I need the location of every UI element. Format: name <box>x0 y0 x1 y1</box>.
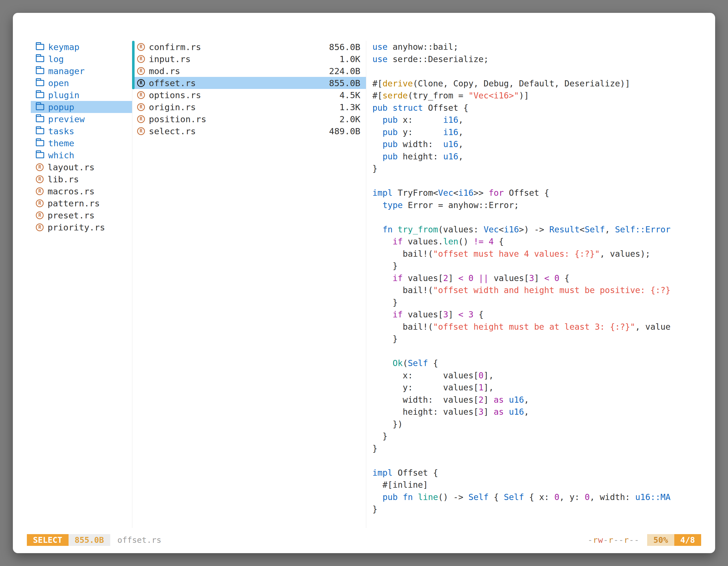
perm-char: - <box>634 535 639 545</box>
code-token: ] <box>448 309 458 319</box>
item-label: layout.rs <box>48 162 95 172</box>
code-token: Self <box>408 358 428 368</box>
sidebar-item-plugin[interactable]: plugin <box>31 89 132 101</box>
file-size: 2.0K <box>339 114 360 124</box>
folder-icon <box>36 128 44 134</box>
code-token <box>372 358 393 368</box>
code-token: } <box>372 334 398 344</box>
code-token: values[ <box>403 309 443 319</box>
code-token: anyhow::bail; <box>388 42 458 52</box>
file-item-left: Roffset.rs <box>137 78 196 88</box>
rust-icon: R <box>137 55 145 63</box>
code-token: 2 <box>478 395 483 405</box>
code-token: ] <box>448 273 458 283</box>
sidebar-item-log[interactable]: log <box>31 53 132 65</box>
code-token: 0 <box>585 492 590 502</box>
code-token: x: values[ <box>372 370 478 380</box>
code-token: type <box>382 200 403 210</box>
rust-icon: R <box>36 175 44 183</box>
folder-icon <box>36 56 44 62</box>
code-token: Vec <box>483 225 499 234</box>
code-token: ], <box>483 370 494 380</box>
status-bar: SELECT 855.0B offset.rs -rw-r--r-- 50% 4… <box>13 534 715 546</box>
code-token: 0 <box>554 492 559 502</box>
item-label: offset.rs <box>149 78 196 88</box>
code-token <box>372 152 382 161</box>
code-line: pub y: i16, <box>372 126 715 139</box>
sidebar-item-macros-rs[interactable]: Rmacros.rs <box>31 185 132 197</box>
code-token: for <box>489 188 504 198</box>
perm-char: - <box>614 535 619 545</box>
code-token <box>504 407 509 417</box>
sidebar-item-which[interactable]: which <box>31 149 132 161</box>
code-token: u16 <box>509 395 524 405</box>
perm-char: - <box>588 535 593 545</box>
code-token: 0 <box>554 273 559 283</box>
code-line: if values[2] < 0 || values[3] < 0 { <box>372 272 715 284</box>
sidebar-item-popup[interactable]: popup <box>31 101 132 113</box>
file-item-left: Rinput.rs <box>137 54 191 64</box>
scrollbar[interactable] <box>132 41 135 89</box>
file-item-position-rs[interactable]: Rposition.rs2.0K <box>132 113 366 125</box>
code-token: y: values[ <box>372 382 478 392</box>
file-item-mod-rs[interactable]: Rmod.rs224.0B <box>132 65 366 77</box>
sidebar-item-tasks[interactable]: tasks <box>31 125 132 137</box>
code-token <box>413 492 418 502</box>
code-token: height: values[ <box>372 407 478 417</box>
code-line <box>372 345 715 357</box>
sidebar-item-preset-rs[interactable]: Rpreset.rs <box>31 209 132 221</box>
code-token: serde <box>382 91 408 100</box>
code-token: impl <box>372 188 393 198</box>
code-token: ( <box>403 358 408 368</box>
code-token: u16::MA <box>635 492 670 502</box>
sidebar-item-keymap[interactable]: keymap <box>31 41 132 53</box>
file-item-offset-rs[interactable]: Roffset.rs855.0B <box>132 77 366 89</box>
sidebar-item-open[interactable]: open <box>31 77 132 89</box>
item-label: macros.rs <box>48 186 95 196</box>
code-token: struct <box>393 103 423 113</box>
code-token: ] <box>483 407 494 417</box>
code-token: bail!( <box>372 285 433 295</box>
code-token: if <box>393 237 403 247</box>
sidebar-item-priority-rs[interactable]: Rpriority.rs <box>31 221 132 233</box>
code-token: i16 <box>504 225 519 234</box>
code-token: { <box>494 237 504 247</box>
code-token: || <box>478 273 489 283</box>
code-line: x: values[0], <box>372 369 715 382</box>
code-line: #[serde(try_from = "Vec<i16>")] <box>372 90 715 102</box>
code-token: Self <box>504 492 524 502</box>
code-token: 2 <box>443 273 448 283</box>
perm-char: r <box>608 535 613 545</box>
code-token: Offset { <box>423 103 469 113</box>
code-token: , <box>524 395 529 405</box>
file-item-origin-rs[interactable]: Rorigin.rs1.3K <box>132 101 366 113</box>
code-line: bail!("offset width and height must be p… <box>372 284 715 296</box>
code-token: y: <box>398 127 443 137</box>
file-item-input-rs[interactable]: Rinput.rs1.0K <box>132 53 366 65</box>
code-line: }) <box>372 418 715 430</box>
file-item-options-rs[interactable]: Roptions.rs4.5K <box>132 89 366 101</box>
sidebar-item-pattern-rs[interactable]: Rpattern.rs <box>31 197 132 209</box>
sidebar-item-layout-rs[interactable]: Rlayout.rs <box>31 161 132 173</box>
file-size: 4.5K <box>339 90 360 100</box>
code-line: } <box>372 296 715 309</box>
sidebar-item-lib-rs[interactable]: Rlib.rs <box>31 173 132 185</box>
code-token: derive <box>382 79 413 88</box>
code-token <box>393 225 398 234</box>
code-token: } <box>372 504 377 514</box>
item-label: theme <box>48 138 74 148</box>
sidebar-item-theme[interactable]: theme <box>31 137 132 149</box>
file-item-select-rs[interactable]: Rselect.rs489.0B <box>132 125 366 137</box>
code-token: u16 <box>443 152 458 161</box>
code-line: pub height: u16, <box>372 151 715 163</box>
code-token <box>372 273 393 283</box>
sidebar-item-manager[interactable]: manager <box>31 65 132 77</box>
file-item-confirm-rs[interactable]: Rconfirm.rs856.0B <box>132 41 366 53</box>
code-token: (Clone, Copy, Debug, Default, Deserializ… <box>413 79 630 88</box>
code-token: } <box>372 443 377 453</box>
sidebar-item-preview[interactable]: preview <box>31 113 132 125</box>
code-token <box>504 395 509 405</box>
code-token: "offset must have 4 values: {:?}" <box>433 249 600 259</box>
item-label: options.rs <box>149 90 201 100</box>
code-token <box>372 139 382 149</box>
